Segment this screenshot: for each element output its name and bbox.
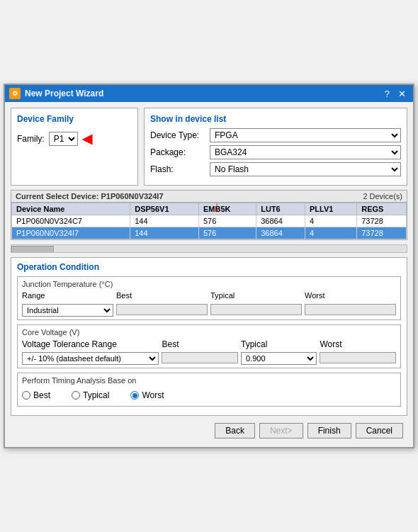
family-label: Family: (17, 134, 45, 144)
show-in-device-panel: Show in device list Device Type: FPGA Pa… (144, 108, 407, 186)
cell-pll-sel: 4 (305, 227, 357, 239)
timing-typical-radio[interactable] (72, 391, 80, 400)
close-button[interactable]: ✕ (395, 89, 409, 99)
col-device-name: Device Name (12, 203, 130, 215)
volt-worst-input: 0.810 (320, 352, 396, 363)
table-row[interactable]: P1P060N0V324C7 144 576 36864 4 73728 (12, 215, 407, 227)
junction-temp-title: Junction Temperature (°C) (22, 280, 396, 288)
timing-worst-label: Worst (142, 390, 164, 400)
timing-typical-option[interactable]: Typical (72, 390, 109, 400)
family-arrow: ◀ (82, 131, 92, 147)
cancel-button[interactable]: Cancel (356, 423, 403, 438)
cell-emb-sel: 576 (198, 227, 256, 239)
typical-temp-input: 25 (210, 304, 302, 315)
col-pll: PLLV1 (305, 203, 357, 215)
device-table: Device Name DSP56V1 EMB5K LUT6 PLLV1 REG… (11, 203, 407, 239)
best-header: Best (116, 291, 208, 301)
package-select[interactable]: BGA324 (210, 145, 401, 159)
cell-device-name: P1P060N0V324C7 (12, 215, 130, 227)
footer-buttons: Back Next> Finish Cancel (11, 420, 407, 441)
window-title: New Project Wizard (25, 89, 382, 98)
device-family-title: Device Family (17, 114, 132, 124)
device-family-panel: Device Family Family: P1 ◀ (11, 108, 138, 186)
core-voltage-section: Core Voltage (V) Voltage Tolerance Range… (17, 324, 401, 368)
cell-device-name-sel: P1P060N0V324I7 (12, 227, 130, 239)
timing-worst-option[interactable]: Worst (130, 390, 164, 400)
timing-best-option[interactable]: Best (22, 390, 50, 400)
timing-best-label: Best (33, 390, 50, 400)
current-device-label: Current Select Device: P1P060N0V324I7 (16, 192, 164, 200)
title-bar: ⚙ New Project Wizard ? ✕ (5, 85, 413, 102)
timing-title: Perform Timing Analysis Base on (22, 376, 396, 385)
cell-regs: 73728 (357, 215, 407, 227)
new-project-wizard-window: ⚙ New Project Wizard ? ✕ Device Family F… (4, 84, 414, 448)
device-type-select[interactable]: FPGA (210, 128, 401, 142)
col-regs: REGS (357, 203, 407, 215)
next-button[interactable]: Next> (259, 423, 303, 438)
operation-section: Operation Condition Junction Temperature… (11, 257, 407, 416)
timing-worst-radio[interactable] (130, 391, 139, 400)
family-select[interactable]: P1 (49, 132, 78, 146)
tolerance-select[interactable]: +/- 10% (datasheet default) +/- 5% (22, 352, 159, 365)
finish-button[interactable]: Finish (307, 423, 351, 438)
cell-dsp: 144 (130, 215, 199, 227)
operation-title: Operation Condition (17, 262, 401, 272)
cell-emb: 576 (198, 215, 256, 227)
volt-typical-header: Typical (241, 339, 317, 349)
worst-header: Worst (305, 291, 396, 301)
scrollbar-thumb[interactable] (11, 246, 54, 253)
range-header: Range (22, 291, 113, 301)
show-in-device-title: Show in device list (150, 114, 401, 124)
timing-worst-dot (132, 393, 137, 398)
tolerance-header: Voltage Tolerance Range (22, 339, 159, 349)
window-icon: ⚙ (9, 88, 21, 99)
timing-section: Perform Timing Analysis Base on Best Typ… (17, 373, 401, 407)
timing-best-radio[interactable] (22, 391, 30, 400)
volt-best-input: 0.990 (162, 352, 238, 363)
col-dsp: DSP56V1 (130, 203, 199, 215)
flash-label: Flash: (150, 164, 207, 174)
cell-lut: 36864 (256, 215, 305, 227)
col-emb: EMB5K (198, 203, 256, 215)
device-type-label: Device Type: (150, 130, 207, 140)
timing-typical-label: Typical (83, 390, 109, 400)
device-table-section: Current Select Device: P1P060N0V324I7 2 … (11, 190, 407, 240)
volt-best-header: Best (162, 339, 238, 349)
volt-worst-header: Worst (320, 339, 396, 349)
flash-select[interactable]: No Flash (210, 162, 401, 176)
col-lut: LUT6 (256, 203, 305, 215)
cell-lut-sel: 36864 (256, 227, 305, 239)
core-voltage-title: Core Voltage (V) (22, 328, 396, 336)
cell-dsp-sel: 144 (130, 227, 199, 239)
package-label: Package: (150, 147, 207, 157)
cell-pll: 4 (305, 215, 357, 227)
worst-temp-input: 100 (305, 304, 396, 315)
typical-header: Typical (210, 291, 302, 301)
best-temp-input: -40 (116, 304, 208, 315)
volt-typical-select[interactable]: 0.900 1.000 (241, 352, 317, 365)
device-count-label: 2 Device(s) (363, 192, 402, 200)
horizontal-scrollbar[interactable] (11, 244, 407, 253)
table-row-selected[interactable]: P1P060N0V324I7 144 576 36864 4 73728 (12, 227, 407, 239)
junction-temp-section: Junction Temperature (°C) Range Best Typ… (17, 276, 401, 320)
back-button[interactable]: Back (215, 423, 255, 438)
title-bar-controls: ? ✕ (382, 89, 409, 99)
range-select[interactable]: Industrial Commercial (22, 304, 113, 317)
cell-regs-sel: 73728 (357, 227, 407, 239)
help-button[interactable]: ? (382, 89, 392, 99)
